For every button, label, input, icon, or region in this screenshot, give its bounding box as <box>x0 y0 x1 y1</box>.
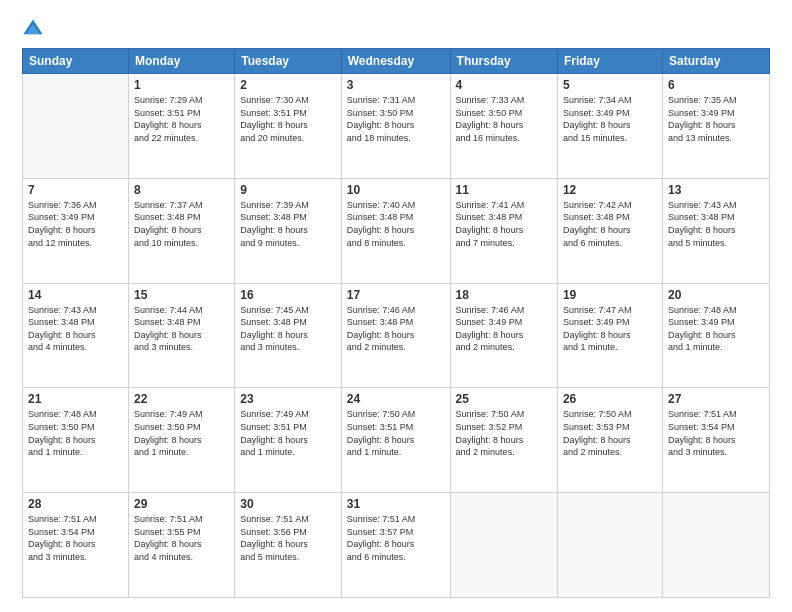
day-number: 29 <box>134 497 229 511</box>
day-number: 20 <box>668 288 764 302</box>
day-number: 26 <box>563 392 657 406</box>
day-info: Sunrise: 7:51 AMSunset: 3:55 PMDaylight:… <box>134 513 229 563</box>
day-number: 5 <box>563 78 657 92</box>
calendar-cell: 2Sunrise: 7:30 AMSunset: 3:51 PMDaylight… <box>235 74 342 179</box>
calendar-cell: 1Sunrise: 7:29 AMSunset: 3:51 PMDaylight… <box>128 74 234 179</box>
calendar-cell: 17Sunrise: 7:46 AMSunset: 3:48 PMDayligh… <box>341 283 450 388</box>
calendar-cell: 16Sunrise: 7:45 AMSunset: 3:48 PMDayligh… <box>235 283 342 388</box>
calendar-cell: 8Sunrise: 7:37 AMSunset: 3:48 PMDaylight… <box>128 178 234 283</box>
calendar-cell: 24Sunrise: 7:50 AMSunset: 3:51 PMDayligh… <box>341 388 450 493</box>
day-info: Sunrise: 7:33 AMSunset: 3:50 PMDaylight:… <box>456 94 552 144</box>
calendar-week-3: 14Sunrise: 7:43 AMSunset: 3:48 PMDayligh… <box>23 283 770 388</box>
calendar-cell <box>23 74 129 179</box>
day-info: Sunrise: 7:43 AMSunset: 3:48 PMDaylight:… <box>668 199 764 249</box>
day-info: Sunrise: 7:40 AMSunset: 3:48 PMDaylight:… <box>347 199 445 249</box>
calendar-cell: 12Sunrise: 7:42 AMSunset: 3:48 PMDayligh… <box>557 178 662 283</box>
day-info: Sunrise: 7:50 AMSunset: 3:51 PMDaylight:… <box>347 408 445 458</box>
calendar-cell: 15Sunrise: 7:44 AMSunset: 3:48 PMDayligh… <box>128 283 234 388</box>
day-info: Sunrise: 7:46 AMSunset: 3:48 PMDaylight:… <box>347 304 445 354</box>
calendar-cell: 30Sunrise: 7:51 AMSunset: 3:56 PMDayligh… <box>235 493 342 598</box>
calendar-cell: 5Sunrise: 7:34 AMSunset: 3:49 PMDaylight… <box>557 74 662 179</box>
calendar-header-tuesday: Tuesday <box>235 49 342 74</box>
day-info: Sunrise: 7:51 AMSunset: 3:56 PMDaylight:… <box>240 513 336 563</box>
day-number: 14 <box>28 288 123 302</box>
day-number: 12 <box>563 183 657 197</box>
day-info: Sunrise: 7:39 AMSunset: 3:48 PMDaylight:… <box>240 199 336 249</box>
day-info: Sunrise: 7:35 AMSunset: 3:49 PMDaylight:… <box>668 94 764 144</box>
day-number: 24 <box>347 392 445 406</box>
calendar-body: 1Sunrise: 7:29 AMSunset: 3:51 PMDaylight… <box>23 74 770 598</box>
day-number: 8 <box>134 183 229 197</box>
day-number: 23 <box>240 392 336 406</box>
day-number: 2 <box>240 78 336 92</box>
calendar-week-2: 7Sunrise: 7:36 AMSunset: 3:49 PMDaylight… <box>23 178 770 283</box>
day-number: 21 <box>28 392 123 406</box>
day-number: 30 <box>240 497 336 511</box>
calendar-cell: 9Sunrise: 7:39 AMSunset: 3:48 PMDaylight… <box>235 178 342 283</box>
day-info: Sunrise: 7:50 AMSunset: 3:53 PMDaylight:… <box>563 408 657 458</box>
day-number: 28 <box>28 497 123 511</box>
day-number: 7 <box>28 183 123 197</box>
day-info: Sunrise: 7:47 AMSunset: 3:49 PMDaylight:… <box>563 304 657 354</box>
day-info: Sunrise: 7:45 AMSunset: 3:48 PMDaylight:… <box>240 304 336 354</box>
calendar-cell: 6Sunrise: 7:35 AMSunset: 3:49 PMDaylight… <box>662 74 769 179</box>
header <box>22 18 770 40</box>
calendar-cell: 3Sunrise: 7:31 AMSunset: 3:50 PMDaylight… <box>341 74 450 179</box>
day-info: Sunrise: 7:44 AMSunset: 3:48 PMDaylight:… <box>134 304 229 354</box>
calendar-cell: 25Sunrise: 7:50 AMSunset: 3:52 PMDayligh… <box>450 388 557 493</box>
calendar-cell: 31Sunrise: 7:51 AMSunset: 3:57 PMDayligh… <box>341 493 450 598</box>
day-info: Sunrise: 7:30 AMSunset: 3:51 PMDaylight:… <box>240 94 336 144</box>
logo-text <box>22 18 52 40</box>
calendar-cell: 27Sunrise: 7:51 AMSunset: 3:54 PMDayligh… <box>662 388 769 493</box>
calendar-cell: 22Sunrise: 7:49 AMSunset: 3:50 PMDayligh… <box>128 388 234 493</box>
day-number: 17 <box>347 288 445 302</box>
day-number: 27 <box>668 392 764 406</box>
day-info: Sunrise: 7:51 AMSunset: 3:54 PMDaylight:… <box>28 513 123 563</box>
calendar-header-sunday: Sunday <box>23 49 129 74</box>
calendar-cell: 11Sunrise: 7:41 AMSunset: 3:48 PMDayligh… <box>450 178 557 283</box>
calendar-table: SundayMondayTuesdayWednesdayThursdayFrid… <box>22 48 770 598</box>
day-info: Sunrise: 7:34 AMSunset: 3:49 PMDaylight:… <box>563 94 657 144</box>
calendar-header-row: SundayMondayTuesdayWednesdayThursdayFrid… <box>23 49 770 74</box>
day-number: 25 <box>456 392 552 406</box>
calendar-cell <box>662 493 769 598</box>
page: SundayMondayTuesdayWednesdayThursdayFrid… <box>0 0 792 612</box>
calendar-week-1: 1Sunrise: 7:29 AMSunset: 3:51 PMDaylight… <box>23 74 770 179</box>
calendar-cell: 20Sunrise: 7:48 AMSunset: 3:49 PMDayligh… <box>662 283 769 388</box>
calendar-cell: 10Sunrise: 7:40 AMSunset: 3:48 PMDayligh… <box>341 178 450 283</box>
calendar-cell: 29Sunrise: 7:51 AMSunset: 3:55 PMDayligh… <box>128 493 234 598</box>
day-number: 9 <box>240 183 336 197</box>
day-info: Sunrise: 7:48 AMSunset: 3:49 PMDaylight:… <box>668 304 764 354</box>
calendar-cell: 28Sunrise: 7:51 AMSunset: 3:54 PMDayligh… <box>23 493 129 598</box>
day-number: 13 <box>668 183 764 197</box>
calendar-header-friday: Friday <box>557 49 662 74</box>
day-number: 4 <box>456 78 552 92</box>
calendar-cell: 19Sunrise: 7:47 AMSunset: 3:49 PMDayligh… <box>557 283 662 388</box>
day-number: 10 <box>347 183 445 197</box>
day-number: 18 <box>456 288 552 302</box>
day-number: 19 <box>563 288 657 302</box>
logo-area <box>22 18 52 40</box>
calendar-cell: 4Sunrise: 7:33 AMSunset: 3:50 PMDaylight… <box>450 74 557 179</box>
day-number: 1 <box>134 78 229 92</box>
day-number: 31 <box>347 497 445 511</box>
day-number: 16 <box>240 288 336 302</box>
day-number: 3 <box>347 78 445 92</box>
calendar-header-wednesday: Wednesday <box>341 49 450 74</box>
day-info: Sunrise: 7:49 AMSunset: 3:51 PMDaylight:… <box>240 408 336 458</box>
day-info: Sunrise: 7:29 AMSunset: 3:51 PMDaylight:… <box>134 94 229 144</box>
calendar-cell: 21Sunrise: 7:48 AMSunset: 3:50 PMDayligh… <box>23 388 129 493</box>
day-info: Sunrise: 7:37 AMSunset: 3:48 PMDaylight:… <box>134 199 229 249</box>
day-info: Sunrise: 7:46 AMSunset: 3:49 PMDaylight:… <box>456 304 552 354</box>
calendar-cell <box>450 493 557 598</box>
day-info: Sunrise: 7:49 AMSunset: 3:50 PMDaylight:… <box>134 408 229 458</box>
day-info: Sunrise: 7:51 AMSunset: 3:57 PMDaylight:… <box>347 513 445 563</box>
calendar-week-4: 21Sunrise: 7:48 AMSunset: 3:50 PMDayligh… <box>23 388 770 493</box>
day-info: Sunrise: 7:41 AMSunset: 3:48 PMDaylight:… <box>456 199 552 249</box>
day-info: Sunrise: 7:50 AMSunset: 3:52 PMDaylight:… <box>456 408 552 458</box>
day-info: Sunrise: 7:51 AMSunset: 3:54 PMDaylight:… <box>668 408 764 458</box>
day-info: Sunrise: 7:43 AMSunset: 3:48 PMDaylight:… <box>28 304 123 354</box>
calendar-cell: 13Sunrise: 7:43 AMSunset: 3:48 PMDayligh… <box>662 178 769 283</box>
calendar-cell: 18Sunrise: 7:46 AMSunset: 3:49 PMDayligh… <box>450 283 557 388</box>
day-info: Sunrise: 7:31 AMSunset: 3:50 PMDaylight:… <box>347 94 445 144</box>
